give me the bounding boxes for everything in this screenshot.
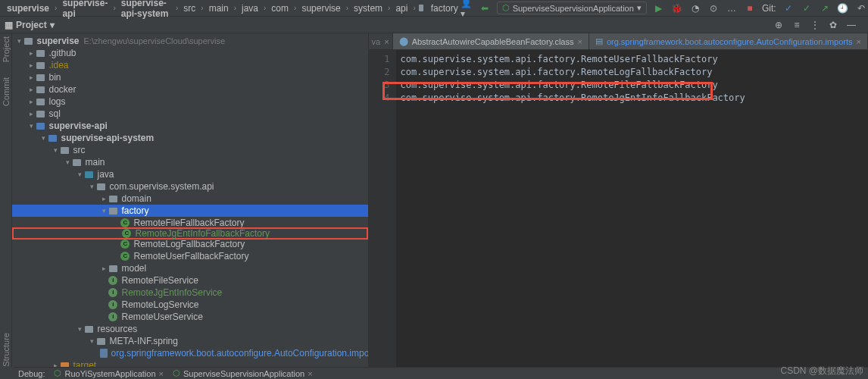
spring-icon: ⬡ [173, 368, 180, 378]
minimize-icon[interactable]: — [845, 19, 857, 31]
project-tool-label[interactable]: ▦ Project ▾ [5, 20, 55, 30]
close-icon[interactable]: × [384, 37, 389, 46]
rollback-icon[interactable]: ↶ [855, 2, 867, 14]
tree-node-rjs[interactable]: IRemoteJgEntInfoService [12, 287, 367, 299]
class-icon: C [120, 240, 130, 249]
run-button[interactable]: ▶ [653, 2, 665, 14]
tree-node-docker[interactable]: ▸docker [12, 83, 367, 96]
close-icon[interactable]: × [857, 37, 861, 46]
tree-node-rus[interactable]: IRemoteUserService [12, 311, 367, 323]
tree-node-sql[interactable]: ▸sql [12, 108, 367, 120]
code-content[interactable]: com.supervise.system.api.factory.RemoteU… [396, 50, 868, 367]
tree-node-rls[interactable]: IRemoteLogService [12, 299, 367, 311]
close-icon[interactable]: × [159, 369, 164, 378]
bc-factory[interactable]: factory [429, 2, 461, 14]
project-tree[interactable]: ▾ supervise E:\zhengwu\superviseCloud\su… [12, 33, 368, 367]
tree-node-src[interactable]: ▾src [12, 144, 367, 156]
close-icon[interactable]: × [308, 369, 312, 378]
tree-node-rjef[interactable]: CRemoteJgEntInfoFallbackFactory [12, 227, 367, 240]
tree-node-meta[interactable]: ▾META-INF.spring [12, 335, 367, 347]
tree-node-idea[interactable]: ▸.idea [12, 59, 367, 71]
bc-supervise-api[interactable]: supervise-api [60, 0, 110, 20]
folder-icon [97, 338, 105, 345]
breadcrumb: supervise› supervise-api› supervise-api-… [5, 0, 461, 20]
tree-node-supervise-api-system[interactable]: ▾supervise-api-system [12, 132, 367, 144]
code-line: com.supervise.system.api.factory.RemoteL… [401, 66, 868, 79]
commit-tab[interactable]: Commit [2, 77, 11, 106]
source-folder-icon [85, 171, 93, 178]
left-tool-strip: Project Commit Structure [0, 33, 12, 367]
bc-supervise[interactable]: supervise [5, 2, 52, 14]
editor-tab-1[interactable]: ⬤AbstractAutowireCapableBeanFactory.clas… [393, 33, 589, 49]
tree-node-resources[interactable]: ▾resources [12, 323, 367, 335]
folder-icon [36, 99, 45, 105]
editor-body[interactable]: 1 2 3 4 com.supervise.system.api.factory… [369, 50, 868, 367]
hammer-icon[interactable]: ⬅ [479, 2, 491, 14]
bc-system[interactable]: system [351, 2, 385, 14]
line-number: 1 [369, 53, 390, 66]
interface-icon: I [108, 312, 117, 321]
folder-icon [36, 50, 45, 57]
tree-node-model[interactable]: ▸model [12, 262, 367, 274]
debug-tab-2[interactable]: ⬡SuperviseSupervisionApplication× [173, 368, 313, 378]
interface-icon: I [108, 288, 117, 297]
tree-node-rlff[interactable]: CRemoteLogFallbackFactory [12, 238, 367, 250]
bc-supervise-api-system[interactable]: supervise-api-system [119, 0, 173, 20]
debug-toolbar: Debug: ⬡RuoYiSystemApplication× ⬡Supervi… [14, 367, 868, 379]
package-icon [109, 208, 117, 215]
bc-java[interactable]: java [239, 2, 261, 14]
bc-src[interactable]: src [181, 2, 198, 14]
tree-node-factory[interactable]: ▾factory [12, 205, 367, 217]
line-gutter: 1 2 3 4 [369, 50, 396, 367]
panel-settings-icon[interactable]: ✿ [827, 19, 839, 31]
line-number: 2 [369, 66, 390, 79]
project-tab[interactable]: Project [2, 36, 11, 62]
select-opened-file-icon[interactable]: ⊕ [773, 19, 785, 31]
file-icon [100, 349, 108, 358]
tree-node-supervise-api[interactable]: ▾supervise-api [12, 120, 367, 132]
module-icon [36, 123, 45, 130]
tree-node-package[interactable]: ▾com.supervise.system.api [12, 180, 367, 193]
bc-com[interactable]: com [269, 2, 291, 14]
editor-tab-ext[interactable]: va× [369, 33, 393, 49]
package-icon [109, 196, 117, 202]
folder-icon [419, 5, 423, 11]
collapse-all-icon[interactable]: ⋮ [809, 19, 821, 31]
bc-main[interactable]: main [207, 2, 231, 14]
update-project-icon[interactable]: ✓ [782, 2, 795, 14]
debug-button[interactable]: 🐞 [671, 2, 683, 14]
bc-api[interactable]: api [393, 2, 410, 14]
tree-node-ruff[interactable]: CRemoteUserFallbackFactory [12, 250, 367, 262]
expand-all-icon[interactable]: ≡ [791, 19, 803, 31]
tree-node-java[interactable]: ▾java [12, 168, 367, 180]
debug-tab-1[interactable]: ⬡RuoYiSystemApplication× [54, 368, 163, 378]
tree-node-bin[interactable]: ▸bin [12, 71, 367, 83]
bc-supervise2[interactable]: supervise [299, 2, 342, 14]
line-number: 3 [369, 79, 390, 92]
profile-button[interactable]: ⊙ [707, 2, 720, 14]
tree-node-autoconf[interactable]: org.springframework.boot.autoconfigure.A… [12, 347, 367, 359]
code-line: com.supervise.system.api.factory.RemoteU… [401, 53, 868, 66]
push-icon[interactable]: ↗ [819, 2, 831, 14]
tree-node-main[interactable]: ▾main [12, 156, 367, 168]
editor-tab-2[interactable]: ▤org.springframework.boot.autoconfigure.… [589, 33, 868, 49]
main-area: Project Commit Structure ▾ supervise E:\… [0, 33, 868, 367]
navigation-bar: supervise› supervise-api› supervise-api-… [0, 0, 868, 17]
folder-icon [36, 62, 45, 69]
close-icon[interactable]: × [577, 37, 582, 46]
coverage-button[interactable]: ◔ [689, 2, 701, 14]
run-config-selector[interactable]: ⬡ SuperviseSupervisionApplication ▾ [497, 2, 647, 14]
user-icon[interactable]: 👤▾ [461, 2, 473, 14]
code-line: com.supervise.system.api.factory.RemoteJ… [401, 92, 868, 105]
stop-button[interactable]: ■ [744, 2, 756, 14]
tree-node-github[interactable]: ▸.github [12, 47, 367, 59]
more-run-icon[interactable]: … [726, 2, 738, 14]
structure-tab[interactable]: Structure [2, 333, 11, 367]
tree-node-logs[interactable]: ▸logs [12, 96, 367, 108]
tree-node-rfs[interactable]: IRemoteFileService [12, 274, 367, 287]
tree-node-target[interactable]: ▸target [12, 359, 367, 367]
commit-icon[interactable]: ✓ [801, 2, 813, 14]
tree-node-domain[interactable]: ▸domain [12, 193, 367, 205]
history-icon[interactable]: 🕘 [837, 2, 849, 14]
tree-root[interactable]: ▾ supervise E:\zhengwu\superviseCloud\su… [12, 35, 367, 47]
